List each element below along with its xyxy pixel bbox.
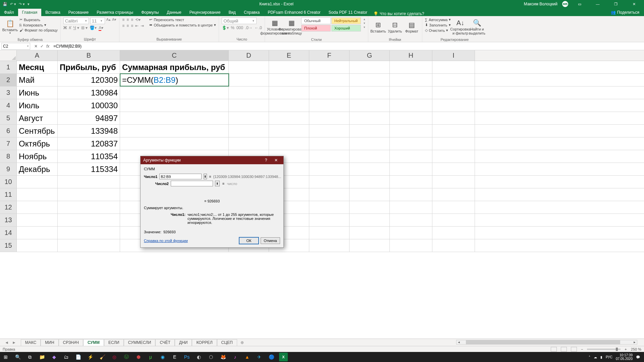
row-header[interactable]: 2 [0, 74, 17, 86]
cell[interactable] [350, 239, 390, 252]
cell[interactable] [350, 125, 390, 137]
style-normal[interactable]: Обычный [301, 17, 331, 24]
cell[interactable] [432, 188, 475, 201]
col-header-I[interactable]: I [432, 50, 475, 61]
app-icon[interactable]: ⬢ [134, 353, 143, 361]
styles-up-icon[interactable]: ▴ [364, 17, 365, 21]
cell[interactable]: 133948 [58, 125, 120, 137]
app-icon[interactable]: E [170, 353, 179, 361]
row-header[interactable]: 6 [0, 125, 17, 137]
inc-decimal-icon[interactable]: .0→ [245, 25, 253, 30]
share-button[interactable]: Поделиться [617, 10, 639, 15]
app-icon[interactable]: 🧹 [98, 353, 107, 361]
app-icon[interactable]: 🗂 [62, 353, 70, 361]
cell[interactable] [309, 239, 350, 252]
normal-view-icon[interactable] [551, 347, 557, 352]
cell[interactable] [229, 112, 269, 124]
col-header-C[interactable]: C [120, 50, 229, 61]
cell[interactable] [432, 86, 475, 99]
cell[interactable]: =СУММ(B2:B9) [120, 74, 229, 86]
app-icon[interactable]: 📄 [74, 353, 83, 361]
fx-icon[interactable]: fx [46, 44, 49, 49]
row-header[interactable]: 15 [0, 239, 17, 252]
cell[interactable]: Июнь [17, 86, 58, 99]
undo-icon[interactable]: ↶ ▾ [10, 2, 16, 6]
font-name-combo[interactable]: ▾ [63, 17, 89, 24]
cell[interactable] [309, 86, 350, 99]
border-button[interactable]: ⊞ ▾ [81, 25, 88, 30]
col-header-A[interactable]: A [17, 50, 58, 61]
cell[interactable] [350, 227, 390, 239]
vlc-icon[interactable]: ▲ [243, 353, 252, 361]
app-icon[interactable]: ⬡ [207, 353, 215, 361]
cell[interactable] [309, 99, 350, 112]
styles-more-icon[interactable]: ▾ [364, 25, 365, 29]
cell[interactable] [309, 112, 350, 124]
find-select-button[interactable]: 🔍Найти и выделить [470, 17, 484, 37]
page-layout-view-icon[interactable] [561, 347, 567, 352]
cell[interactable] [432, 227, 475, 239]
arg2-input[interactable] [171, 181, 213, 186]
col-header-D[interactable]: D [229, 50, 269, 61]
row-header[interactable]: 8 [0, 150, 17, 163]
cell[interactable] [390, 227, 432, 239]
tab-file[interactable]: Файл [0, 9, 18, 16]
cell[interactable] [432, 239, 475, 252]
cell[interactable] [309, 201, 350, 214]
cell[interactable] [390, 61, 432, 73]
tab-soda[interactable]: Soda PDF 11 Creator [325, 9, 371, 16]
bold-button[interactable]: Ж [63, 25, 67, 30]
cell[interactable] [390, 86, 432, 99]
delete-cells-button[interactable]: ⊟Удалить [388, 17, 402, 37]
align-middle-icon[interactable]: ≡ [126, 17, 129, 22]
cell[interactable] [432, 112, 475, 124]
number-format-combo[interactable]: ▾ [222, 17, 257, 24]
start-icon[interactable]: ⊞ [1, 353, 10, 361]
cancel-formula-icon[interactable]: ✕ [34, 44, 38, 49]
dialog-help-icon[interactable]: ? [261, 158, 271, 163]
cell[interactable] [58, 239, 120, 252]
avatar[interactable]: МВ [562, 1, 568, 7]
cell[interactable] [309, 214, 350, 226]
app-icon[interactable]: ⚡ [86, 353, 95, 361]
cell[interactable] [17, 239, 58, 252]
cell[interactable]: Октябрь [17, 137, 58, 150]
accounting-icon[interactable]: 💲▾ [222, 25, 229, 30]
cell[interactable] [350, 112, 390, 124]
align-center-icon[interactable]: ≡ [126, 23, 129, 28]
cell[interactable] [229, 99, 269, 112]
cell[interactable] [350, 99, 390, 112]
cell[interactable] [350, 214, 390, 226]
col-header-H[interactable]: H [390, 50, 432, 61]
sheet-tab[interactable]: СРЗНАЧ [59, 339, 83, 346]
app-icon[interactable]: ◉ [158, 353, 167, 361]
ok-button[interactable]: ОК [239, 237, 259, 244]
cell[interactable] [390, 163, 432, 175]
sheet-tab[interactable]: МИН [41, 339, 58, 346]
sheet-tab[interactable]: КОРРЕЛ [192, 339, 217, 346]
minimize-icon[interactable]: — [591, 2, 604, 6]
cell[interactable] [350, 74, 390, 86]
arg1-input[interactable] [159, 174, 202, 179]
merge-button[interactable]: ⬌ Объединить и поместить в центре ▾ [149, 23, 216, 27]
row-header[interactable]: 10 [0, 176, 17, 188]
cell[interactable] [432, 214, 475, 226]
orientation-icon[interactable]: ⟲▾ [135, 17, 141, 22]
row-header[interactable]: 9 [0, 163, 17, 175]
sheet-tab[interactable]: ЕСЛИ [104, 339, 124, 346]
tab-help[interactable]: Справка [240, 9, 264, 16]
battery-icon[interactable]: ▮ [600, 355, 602, 359]
cell[interactable]: Декабрь [17, 163, 58, 175]
cell[interactable] [390, 74, 432, 86]
itunes-icon[interactable]: ♪ [231, 353, 239, 361]
select-all-button[interactable] [0, 50, 17, 61]
cell[interactable] [309, 137, 350, 150]
cell[interactable] [269, 125, 309, 137]
row-header[interactable]: 12 [0, 201, 17, 214]
cell[interactable] [58, 214, 120, 226]
cell[interactable] [17, 227, 58, 239]
cell[interactable] [390, 137, 432, 150]
row-header[interactable]: 7 [0, 137, 17, 150]
cell[interactable]: Прибыль, руб [58, 61, 120, 73]
cell[interactable] [269, 61, 309, 73]
